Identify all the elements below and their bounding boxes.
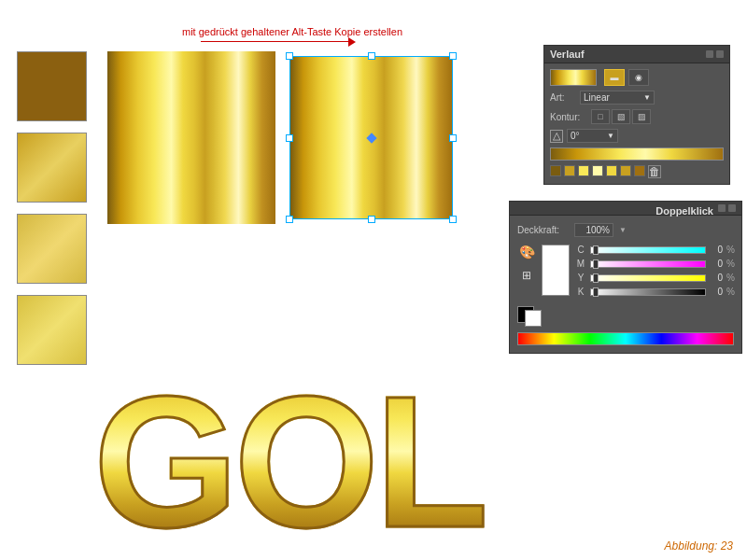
grid-icon[interactable]: ⊞ xyxy=(517,269,536,287)
handle-mid-left[interactable] xyxy=(286,134,293,142)
slider-row-c: C 0 % xyxy=(575,245,734,255)
handle-bot-left[interactable] xyxy=(286,216,293,223)
handle-top-left[interactable] xyxy=(286,52,293,60)
swatch-dark-gold[interactable] xyxy=(17,51,87,121)
color-body: Deckkraft: 100% ▼ 🎨 ⊞ C xyxy=(510,216,741,353)
gradient-stop-3[interactable] xyxy=(578,165,589,176)
slider-k-pct: % xyxy=(726,287,734,297)
verlauf-icon-linear[interactable]: ▬ xyxy=(604,69,625,86)
spectrum-bar[interactable] xyxy=(517,332,734,345)
color-panel-controls xyxy=(718,204,736,212)
handle-top-right[interactable] xyxy=(449,52,457,60)
slider-m-value: 0 xyxy=(710,259,723,269)
gold-rect-selected-wrapper[interactable] xyxy=(289,56,453,219)
gradient-stop-5[interactable] xyxy=(606,165,617,176)
angle-dropdown[interactable]: 0° ▼ xyxy=(567,129,618,143)
canvas: mit gedrückt gehaltener Alt-Taste Kopie … xyxy=(0,0,747,560)
gradient-stop-6[interactable] xyxy=(620,165,631,176)
angle-value: 0° xyxy=(571,131,580,141)
gradient-bar[interactable] xyxy=(550,147,724,161)
verlauf-title-bar: Verlauf xyxy=(544,46,729,63)
sliders-column: C 0 % M 0 % xyxy=(575,245,734,301)
slider-y-label: Y xyxy=(575,273,586,283)
slider-y-pct: % xyxy=(726,273,734,283)
swatch-mid-gold[interactable] xyxy=(17,133,87,203)
handle-top-mid[interactable] xyxy=(368,52,375,60)
handle-bot-mid[interactable] xyxy=(368,216,375,223)
bw-swatches xyxy=(517,306,543,327)
angle-dropdown-arrow: ▼ xyxy=(607,132,614,140)
verlauf-body: ▬ ◉ Art: Linear ▼ Kontur: □ ▧ ▨ xyxy=(544,63,729,184)
slider-m-label: M xyxy=(575,259,586,269)
slider-c-track[interactable] xyxy=(590,246,706,254)
add-stop-button[interactable]: 🗑 xyxy=(648,165,661,178)
color-preview-box xyxy=(542,245,570,296)
slider-y-track[interactable] xyxy=(590,274,706,282)
annotation-arrow xyxy=(201,41,350,42)
handle-bot-right[interactable] xyxy=(449,216,457,223)
panel-controls xyxy=(706,50,724,58)
gol-text: GOL xyxy=(93,355,484,560)
palette-icon[interactable]: 🎨 xyxy=(517,245,536,263)
art-dropdown[interactable]: Linear ▼ xyxy=(580,91,655,105)
caption: Abbildung: 23 xyxy=(665,539,733,553)
kontur-label: Kontur: xyxy=(550,112,587,122)
color-panel: Doppelklick Deckkraft: 100% ▼ 🎨 ⊞ xyxy=(509,201,742,354)
slider-m-thumb[interactable] xyxy=(593,259,599,269)
annotation: mit gedrückt gehaltener Alt-Taste Kopie … xyxy=(182,26,402,42)
slider-k-track[interactable] xyxy=(590,288,706,296)
color-panel-dot xyxy=(718,204,726,212)
slider-c-label: C xyxy=(575,245,586,255)
gradient-stop-2[interactable] xyxy=(564,165,575,176)
gradient-stop-1[interactable] xyxy=(550,165,561,176)
slider-m-track[interactable] xyxy=(590,260,706,268)
verlauf-panel: Verlauf ▬ ◉ Art: Linear ▼ xyxy=(543,45,730,185)
slider-c-pct: % xyxy=(726,245,734,255)
gold-rect-selected[interactable] xyxy=(289,56,453,219)
slider-row-y: Y 0 % xyxy=(575,273,734,283)
slider-k-thumb[interactable] xyxy=(593,287,599,297)
panel-dot-1 xyxy=(706,50,713,58)
deckkraft-row: Deckkraft: 100% ▼ xyxy=(517,223,734,237)
slider-c-thumb[interactable] xyxy=(593,245,599,255)
kontur-btn-1[interactable]: □ xyxy=(591,109,610,124)
slider-y-thumb[interactable] xyxy=(593,273,599,283)
gradient-center-stop[interactable] xyxy=(366,133,376,143)
gradient-stop-4[interactable] xyxy=(592,165,603,176)
slider-c-value: 0 xyxy=(710,245,723,255)
slider-k-label: K xyxy=(575,287,586,297)
color-panel-dot2 xyxy=(728,204,736,212)
annotation-text: mit gedrückt gehaltener Alt-Taste Kopie … xyxy=(182,26,402,37)
doppelklick-label: Doppelklick xyxy=(655,205,713,217)
kontur-btn-2[interactable]: ▧ xyxy=(612,109,630,124)
art-label: Art: xyxy=(550,92,576,103)
deckkraft-label: Deckkraft: xyxy=(517,225,569,235)
verlauf-icon-radial[interactable]: ◉ xyxy=(628,69,649,86)
white-swatch[interactable] xyxy=(525,310,542,327)
gradient-stop-7[interactable] xyxy=(634,165,645,176)
swatches-panel xyxy=(17,51,87,365)
verlauf-panel-title: Verlauf xyxy=(550,49,585,60)
art-row: Art: Linear ▼ xyxy=(550,91,724,105)
color-sliders-area: 🎨 ⊞ C 0 % M xyxy=(517,245,734,301)
art-value: Linear xyxy=(584,92,610,103)
slider-y-value: 0 xyxy=(710,273,723,283)
verlauf-preview-swatch[interactable] xyxy=(550,69,597,86)
deckkraft-dropdown-arrow[interactable]: ▼ xyxy=(619,226,627,234)
gold-rect-large xyxy=(107,51,275,224)
slider-m-pct: % xyxy=(726,259,734,269)
slider-k-value: 0 xyxy=(710,287,723,297)
panel-dot-2 xyxy=(716,50,724,58)
handle-mid-right[interactable] xyxy=(449,134,457,142)
kontur-btn-3[interactable]: ▨ xyxy=(632,109,651,124)
slider-row-k: K 0 % xyxy=(575,287,734,297)
swatch-light-gold[interactable] xyxy=(17,214,87,284)
art-dropdown-arrow: ▼ xyxy=(643,93,651,102)
palette-icons: 🎨 ⊞ xyxy=(517,245,536,301)
color-panel-title-bar: Doppelklick xyxy=(510,202,741,216)
angle-icon: △ xyxy=(550,130,563,143)
gradient-bar-container xyxy=(550,147,724,161)
deckkraft-input[interactable]: 100% xyxy=(574,223,613,237)
swatch-pale-gold[interactable] xyxy=(17,295,87,365)
gradient-stops-row: 🗑 xyxy=(550,165,724,178)
